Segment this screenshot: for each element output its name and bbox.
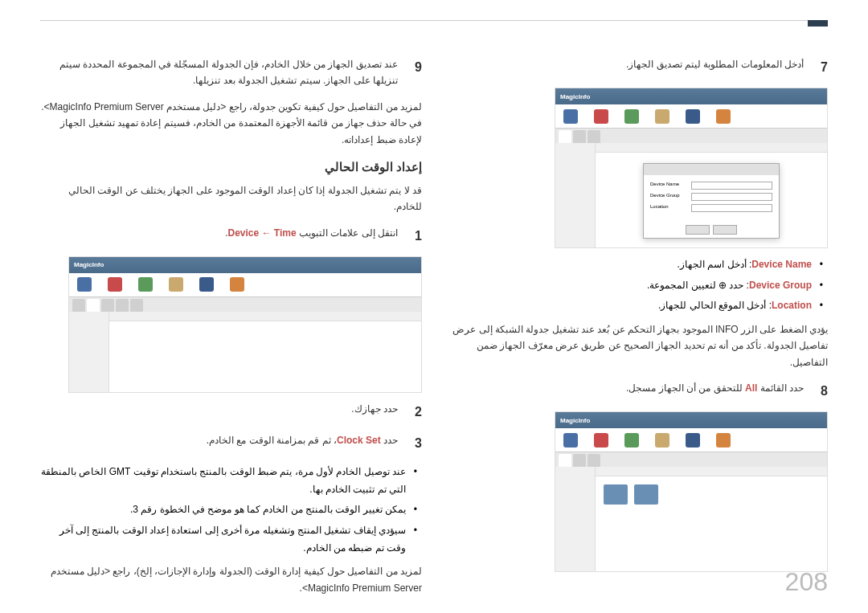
list-item: سيؤدي إيقاف تشغيل المنتج وتشغيله مرة أخر…	[40, 522, 406, 557]
screenshot-titlebar: MagicInfo	[555, 88, 827, 104]
approval-dialog: Device Name Device Group Location	[643, 163, 780, 239]
field-desc: : أدخل الموقع الحالي للجهاز.	[658, 300, 772, 311]
table-header	[596, 143, 827, 153]
step-2: 2 حدد جهازك.	[40, 401, 422, 423]
table-header	[109, 312, 421, 321]
tab	[130, 299, 143, 312]
step-number: 2	[407, 401, 422, 423]
highlight: Clock Set	[337, 435, 381, 446]
arrow: ←	[259, 227, 274, 239]
step-number: 3	[407, 432, 422, 454]
toolbar-icon	[624, 109, 639, 124]
app-logo: MagicInfo	[560, 93, 590, 100]
toolbar-icon	[108, 277, 122, 292]
screenshot-sidebar	[555, 467, 596, 571]
screenshot-toolbar	[555, 428, 827, 452]
toolbar-icon	[77, 277, 92, 292]
right-column: 7 أدخل المعلومات المطلوبة ليتم تصديق الج…	[446, 56, 828, 596]
screenshot-titlebar: MagicInfo	[555, 412, 827, 428]
step-number: 1	[407, 225, 422, 247]
step-1: 1 انتقل إلى علامات التبويب Device ← Time…	[40, 225, 422, 247]
device-thumbnail	[634, 484, 658, 505]
text: حدد القائمة	[757, 382, 804, 394]
tab	[559, 454, 571, 467]
toolbar-icon	[230, 277, 244, 292]
tab	[588, 130, 600, 143]
more-details: لمزيد من التفاصيل حول كيفية إدارة الوقت …	[40, 563, 422, 596]
toolbar-icon	[138, 277, 153, 292]
screenshot-tabs	[69, 297, 421, 312]
time-note: قد لا يتم تشغيل الجدولة إذا كان إعداد ال…	[40, 182, 422, 215]
step-8: 8 حدد القائمة All للتحقق من أن الجهاز مس…	[446, 380, 828, 402]
app-logo: MagicInfo	[560, 417, 590, 424]
list-item: Location: أدخل الموقع الحالي للجهاز.	[446, 297, 812, 315]
accent-bar	[808, 20, 828, 27]
toolbar-icon	[563, 433, 578, 447]
screenshot-sidebar	[69, 312, 109, 392]
screenshot-titlebar: MagicInfo	[69, 257, 421, 273]
info-note: يؤدي الضغط على الزر INFO الموجود بجهاز ا…	[446, 321, 828, 370]
screenshot-toolbar	[69, 273, 421, 297]
note: في حالة حذف جهاز من قائمة الأجهزة المعتم…	[40, 115, 422, 148]
step-number: 9	[407, 56, 422, 89]
app-logo: MagicInfo	[74, 261, 104, 268]
tab	[559, 130, 571, 143]
dialog-buttons	[644, 222, 779, 238]
screenshot-tabs	[555, 129, 827, 143]
text: انتقل إلى علامات التبويب	[299, 227, 398, 239]
screenshot-main: Device Name Device Group Location	[596, 143, 827, 247]
screenshot-sidebar	[555, 143, 596, 247]
screenshot-body: Device Name Device Group Location	[555, 143, 827, 247]
step-number: 7	[813, 56, 828, 78]
toolbar-icon	[655, 109, 669, 124]
screenshot-time-settings: MagicInfo	[68, 256, 422, 393]
dialog-row: Location	[650, 204, 772, 212]
step-text: انتقل إلى علامات التبويب Device ← Time.	[40, 225, 398, 247]
step-3: 3 حدد Clock Set، ثم قم بمزامنة الوقت مع …	[40, 432, 422, 454]
nav-label: Time	[274, 227, 297, 239]
toolbar-icon	[716, 433, 731, 447]
screenshot-body	[555, 467, 827, 571]
screenshot-tabs	[555, 452, 827, 467]
step-text: حدد Clock Set، ثم قم بمزامنة الوقت مع ال…	[40, 432, 398, 454]
step-7: 7 أدخل المعلومات المطلوبة ليتم تصديق الج…	[446, 56, 828, 78]
list-item: Device Group: حدد ⊕ لتعيين المجموعة.	[446, 277, 812, 295]
step-9: 9 عند تصديق الجهاز من خلال الخادم، فإن ا…	[40, 56, 422, 89]
toolbar-icon	[594, 109, 608, 124]
field-desc: : أدخل اسم الجهاز.	[678, 259, 752, 270]
toolbar-icon	[686, 109, 700, 124]
toolbar-icon	[563, 109, 578, 124]
list-item: عند توصيل الخادم لأول مرة، يتم ضبط الوقت…	[40, 464, 406, 498]
dialog-input	[691, 182, 772, 190]
step-text: حدد القائمة All للتحقق من أن الجهاز مسجل…	[446, 380, 804, 402]
toolbar-icon	[686, 433, 700, 447]
field-list: Device Name: أدخل اسم الجهاز. Device Gro…	[446, 256, 828, 315]
dialog-label: Device Group	[650, 193, 686, 201]
dialog-label: Location	[650, 204, 686, 212]
heading-current-time: إعداد الوقت الحالي	[40, 160, 422, 174]
ok-button	[686, 225, 710, 235]
screenshot-device-list: MagicInfo	[555, 411, 828, 572]
toolbar-icon	[199, 277, 214, 292]
top-border	[40, 20, 828, 21]
tab	[588, 454, 600, 467]
note: لمزيد من التفاصيل حول كيفية تكوين جدولة،…	[40, 99, 422, 115]
toolbar-icon	[716, 109, 731, 124]
dialog-label: Device Name	[650, 182, 686, 190]
tab	[116, 299, 129, 312]
screenshot-toolbar	[555, 104, 827, 129]
tab	[87, 299, 100, 312]
left-column: 9 عند تصديق الجهاز من خلال الخادم، فإن ا…	[40, 56, 422, 596]
text: للتحقق من أن الجهاز مسجل.	[626, 382, 745, 394]
toolbar-icon	[594, 433, 608, 447]
highlight: All	[745, 382, 757, 394]
toolbar-icon	[624, 433, 639, 447]
toolbar-icon	[169, 277, 183, 292]
time-bullets: عند توصيل الخادم لأول مرة، يتم ضبط الوقت…	[40, 464, 422, 557]
field-desc: : حدد ⊕ لتعيين المجموعة.	[647, 280, 749, 291]
text: ، ثم قم بمزامنة الوقت مع الخادم.	[207, 435, 337, 446]
dialog-input	[691, 193, 772, 201]
toolbar-icon	[655, 433, 669, 447]
dialog-header	[644, 164, 779, 175]
screenshot-approval-dialog: MagicInfo	[555, 88, 828, 248]
